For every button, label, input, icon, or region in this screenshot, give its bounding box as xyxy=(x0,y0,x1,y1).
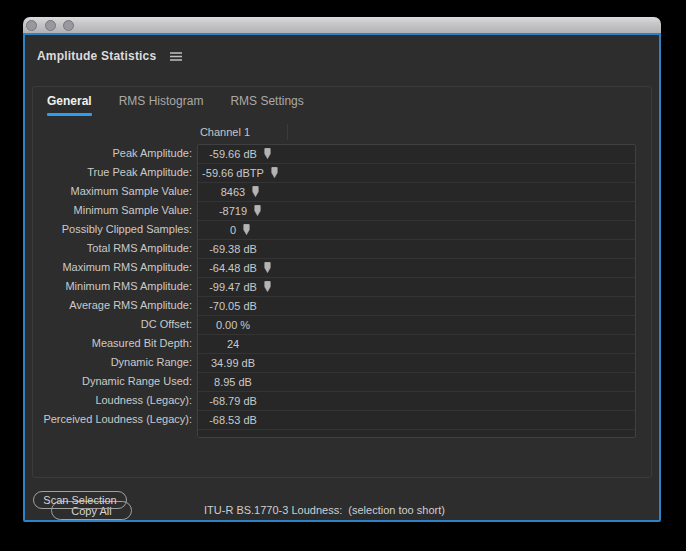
stat-label: True Peak Amplitude: xyxy=(25,163,192,182)
marker-icon[interactable] xyxy=(242,224,251,236)
stat-label: Minimum RMS Amplitude: xyxy=(25,277,192,296)
loudness-status: ITU-R BS.1770-3 Loudness: (selection too… xyxy=(204,501,445,520)
table-row: -70.05 dB xyxy=(198,297,635,316)
stat-label: Dynamic Range: xyxy=(25,353,192,372)
table-row: -68.79 dB xyxy=(198,392,635,411)
table-row: -59.66 dB xyxy=(198,145,635,164)
table-row: 0.00 % xyxy=(198,316,635,335)
marker-icon[interactable] xyxy=(253,205,262,217)
stat-label: Possibly Clipped Samples: xyxy=(25,220,192,239)
table-row: -68.53 dB xyxy=(198,411,635,430)
minimize-button[interactable] xyxy=(45,20,56,31)
panel-menu-icon[interactable] xyxy=(170,52,182,61)
stat-value: -64.48 dB xyxy=(209,262,257,274)
table-row: 24 xyxy=(198,335,635,354)
stat-value: 24 xyxy=(227,338,239,350)
stat-value: 8.95 dB xyxy=(214,376,252,388)
marker-icon[interactable] xyxy=(263,281,272,293)
stat-value: 0 xyxy=(230,224,236,236)
stat-label: Peak Amplitude: xyxy=(25,144,192,163)
label-column: Peak Amplitude: True Peak Amplitude: Max… xyxy=(25,144,192,429)
stat-label: Loudness (Legacy): xyxy=(25,391,192,410)
panel-title: Amplitude Statistics xyxy=(37,49,156,63)
amplitude-statistics-window: Amplitude Statistics General RMS Histogr… xyxy=(23,17,661,522)
marker-icon[interactable] xyxy=(270,167,279,179)
table-row: 0 xyxy=(198,221,635,240)
stat-value: -59.66 dBTP xyxy=(202,167,264,179)
table-row: -99.47 dB xyxy=(198,278,635,297)
tab-rms-histogram[interactable]: RMS Histogram xyxy=(119,94,204,113)
table-row: 8.95 dB xyxy=(198,373,635,392)
column-header-separator xyxy=(287,124,288,140)
panel-header: Amplitude Statistics xyxy=(37,49,182,63)
stat-value: -69.38 dB xyxy=(209,243,257,255)
stat-label: Average RMS Amplitude: xyxy=(25,296,192,315)
stat-value: -70.05 dB xyxy=(209,300,257,312)
marker-icon[interactable] xyxy=(263,148,272,160)
stat-value: -59.66 dB xyxy=(209,148,257,160)
marker-icon[interactable] xyxy=(263,262,272,274)
tab-bar: General RMS Histogram RMS Settings xyxy=(47,94,331,113)
stat-label: Dynamic Range Used: xyxy=(25,372,192,391)
stat-value: 8463 xyxy=(221,186,245,198)
stat-label: Total RMS Amplitude: xyxy=(25,239,192,258)
stat-label: Measured Bit Depth: xyxy=(25,334,192,353)
stat-label: Maximum RMS Amplitude: xyxy=(25,258,192,277)
stat-label: Maximum Sample Value: xyxy=(25,182,192,201)
titlebar[interactable] xyxy=(23,17,661,33)
marker-icon[interactable] xyxy=(251,186,260,198)
table-row: -69.38 dB xyxy=(198,240,635,259)
stat-value: 0.00 % xyxy=(216,319,250,331)
scan-selection-button[interactable]: Scan Selection xyxy=(33,491,127,509)
stat-value: -8719 xyxy=(219,205,247,217)
stat-label: Minimum Sample Value: xyxy=(25,201,192,220)
stat-value: -99.47 dB xyxy=(209,281,257,293)
tab-rms-settings[interactable]: RMS Settings xyxy=(230,94,303,113)
zoom-button[interactable] xyxy=(63,20,74,31)
amplitude-statistics-panel: Amplitude Statistics General RMS Histogr… xyxy=(23,33,661,522)
tab-general[interactable]: General xyxy=(47,94,92,113)
stat-label: Perceived Loudness (Legacy): xyxy=(25,410,192,429)
stat-value: -68.79 dB xyxy=(209,395,257,407)
table-row: 8463 xyxy=(198,183,635,202)
value-box: -59.66 dB -59.66 dBTP 8463 xyxy=(197,144,636,438)
stat-value: 34.99 dB xyxy=(211,357,255,369)
table-row: -59.66 dBTP xyxy=(198,164,635,183)
stat-label: DC Offset: xyxy=(25,315,192,334)
table-row: -8719 xyxy=(198,202,635,221)
stat-value: -68.53 dB xyxy=(209,414,257,426)
column-header-channel-1: Channel 1 xyxy=(195,124,255,140)
table-row: 34.99 dB xyxy=(198,354,635,373)
table-row: -64.48 dB xyxy=(198,259,635,278)
close-button[interactable] xyxy=(26,20,37,31)
